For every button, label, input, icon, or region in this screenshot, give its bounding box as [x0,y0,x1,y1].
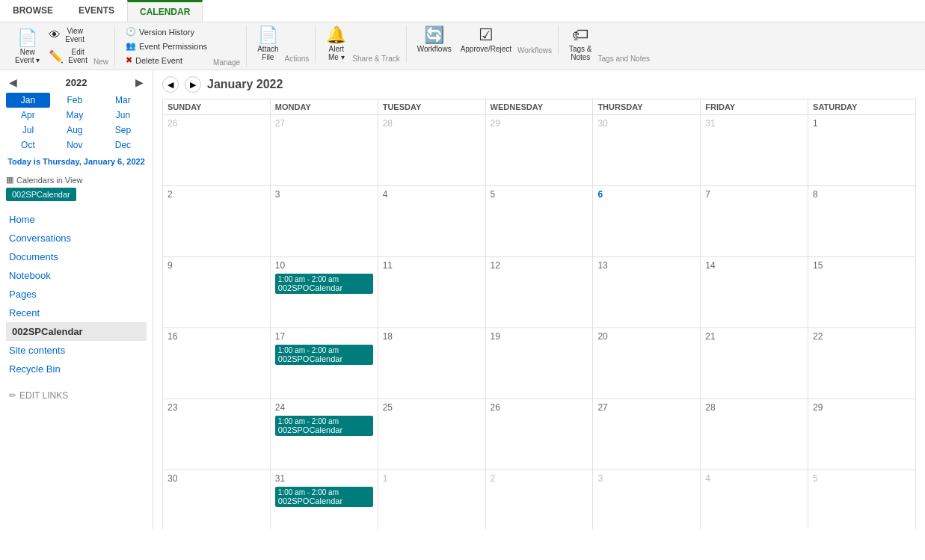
ribbon-group-actions: 📄 AttachFile Actions [248,25,316,63]
tab-browse[interactable]: BROWSE [0,0,66,22]
event-block[interactable]: 1:00 am - 2:00 am002SPOCalendar [275,416,373,436]
workflows-button[interactable]: 🔄 Workflows [414,25,455,55]
cal-day-5-other[interactable]: 5 [808,470,916,530]
mini-cal-month-oct[interactable]: Oct [6,138,50,153]
cal-day-31[interactable]: 311:00 am - 2:00 am002SPOCalendar [270,470,378,530]
cal-day-26-other[interactable]: 26 [163,115,271,186]
mini-cal-month-nov[interactable]: Nov [50,138,99,153]
edit-event-icon: ✏️ [49,49,64,64]
nav-link-conversations[interactable]: Conversations [6,229,147,247]
approve-reject-button[interactable]: ☑ Approve/Reject [458,25,514,55]
cal-day-9[interactable]: 9 [163,257,271,328]
cal-day-2-other[interactable]: 2 [485,470,593,530]
cal-day-30[interactable]: 30 [163,470,271,530]
attach-file-button[interactable]: 📄 AttachFile [254,25,281,63]
event-permissions-button[interactable]: 👥 Event Permissions [123,40,210,52]
event-block[interactable]: 1:00 am - 2:00 am002SPOCalendar [275,345,373,365]
cal-day-29-other[interactable]: 29 [485,115,593,186]
cal-day-4-other[interactable]: 4 [701,470,808,530]
cal-day-28-other[interactable]: 28 [378,115,485,186]
delete-event-button[interactable]: ✖ Delete Event [123,54,210,67]
cal-day-10[interactable]: 101:00 am - 2:00 am002SPOCalendar [270,257,378,328]
mini-cal-year: 2022 [66,77,87,88]
cal-next-button[interactable]: ▶ [185,76,201,93]
cal-day-3[interactable]: 3 [270,186,378,257]
cal-day-12[interactable]: 12 [485,257,593,328]
mini-cal-month-mar[interactable]: Mar [99,93,147,108]
mini-cal-next[interactable]: ▶ [132,76,147,88]
mini-cal-month-sep[interactable]: Sep [99,123,147,138]
event-block[interactable]: 1:00 am - 2:00 am002SPOCalendar [275,274,373,294]
cal-day-1[interactable]: 1 [808,115,916,186]
nav-link-site-contents[interactable]: Site contents [6,341,147,360]
tab-calendar[interactable]: CALENDAR [127,0,203,22]
event-name: 002SPOCalendar [278,283,370,292]
day-number: 28 [705,402,803,413]
day-number: 31 [275,473,373,484]
nav-link-002spcalendar[interactable]: 002SPCalendar [6,322,147,341]
nav-link-home[interactable]: Home [6,210,147,229]
mini-cal-month-feb[interactable]: Feb [50,93,99,108]
new-event-button[interactable]: 📄 NewEvent ▾ [12,28,43,66]
cal-day-28[interactable]: 28 [701,399,808,470]
cal-day-17[interactable]: 171:00 am - 2:00 am002SPOCalendar [270,328,378,399]
view-event-button[interactable]: 👁 ViewEvent [46,25,90,45]
cal-prev-button[interactable]: ◀ [162,76,179,93]
edit-links-button[interactable]: ✏ EDIT LINKS [6,384,147,407]
cal-day-14[interactable]: 14 [701,257,808,328]
tags-notes-icon: 🏷 [572,27,589,43]
attach-file-label: AttachFile [257,45,278,61]
cal-day-24[interactable]: 241:00 am - 2:00 am002SPOCalendar [270,399,378,470]
cal-day-2[interactable]: 2 [163,186,271,257]
edit-event-button[interactable]: ✏️ EditEvent [46,46,90,66]
cal-day-3-other[interactable]: 3 [593,470,701,530]
nav-link-documents[interactable]: Documents [6,247,147,266]
mini-cal-month-apr[interactable]: Apr [6,108,50,123]
cal-day-23[interactable]: 23 [163,399,271,470]
cal-day-20[interactable]: 20 [593,328,701,399]
cal-day-27[interactable]: 27 [593,399,701,470]
cal-day-27-other[interactable]: 27 [270,115,378,186]
cal-day-22[interactable]: 22 [808,328,916,399]
alert-me-button[interactable]: 🔔 AlertMe ▾ [323,25,349,63]
mini-cal-prev[interactable]: ◀ [6,76,20,88]
cal-badge-002spcalendar[interactable]: 002SPCalendar [6,188,76,201]
cal-day-31-other[interactable]: 31 [701,115,808,186]
nav-link-notebook[interactable]: Notebook [6,266,147,285]
mini-cal-month-jan[interactable]: Jan [6,93,50,108]
cal-day-4[interactable]: 4 [378,186,485,257]
version-history-button[interactable]: 🕐 Version History [123,25,210,38]
cal-day-15[interactable]: 15 [808,257,916,328]
day-number: 28 [383,118,481,129]
mini-cal-month-dec[interactable]: Dec [99,138,147,153]
tags-notes-button[interactable]: 🏷 Tags &Notes [566,25,595,63]
nav-link-recycle-bin[interactable]: Recycle Bin [6,360,147,378]
cal-day-25[interactable]: 25 [378,399,485,470]
mini-cal-month-jul[interactable]: Jul [6,123,50,138]
manage-group-label: Manage [213,57,240,67]
event-block[interactable]: 1:00 am - 2:00 am002SPOCalendar [275,487,373,507]
tab-events[interactable]: EVENTS [66,0,127,22]
delete-event-icon: ✖ [126,55,132,65]
mini-cal-month-jun[interactable]: Jun [99,108,147,123]
event-name: 002SPOCalendar [278,496,370,505]
cal-day-19[interactable]: 19 [485,328,593,399]
cal-day-26[interactable]: 26 [485,399,593,470]
cal-day-30-other[interactable]: 30 [593,115,701,186]
cal-day-11[interactable]: 11 [378,257,485,328]
cal-header-saturday: SATURDAY [808,99,916,115]
cal-day-1-other[interactable]: 1 [378,470,485,530]
mini-cal-month-aug[interactable]: Aug [50,123,99,138]
nav-link-recent[interactable]: Recent [6,304,147,322]
cal-day-7[interactable]: 7 [701,186,808,257]
mini-cal-month-may[interactable]: May [50,108,99,123]
cal-day-8[interactable]: 8 [808,186,916,257]
cal-day-18[interactable]: 18 [378,328,485,399]
cal-day-5[interactable]: 5 [485,186,593,257]
cal-day-16[interactable]: 16 [163,328,271,399]
cal-day-6[interactable]: 6 [593,186,701,257]
cal-day-13[interactable]: 13 [593,257,701,328]
nav-link-pages[interactable]: Pages [6,285,147,304]
cal-day-21[interactable]: 21 [701,328,808,399]
cal-day-29[interactable]: 29 [808,399,916,470]
